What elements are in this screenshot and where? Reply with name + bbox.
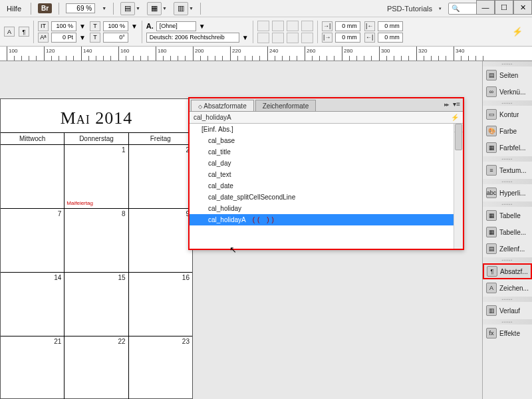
vscale-field[interactable]: 100 %	[103, 21, 128, 31]
dock-item[interactable]: ∞Verknü...	[483, 84, 532, 100]
dock-item[interactable]: ▦Tabelle	[483, 207, 532, 223]
menubar: Hilfe Br 69 % ▼ ▤▼ ▦▼ ▥▼ PSD-Tutorials ▾…	[0, 0, 532, 17]
minimize-button[interactable]: —	[476, 0, 495, 15]
calendar-cell[interactable]: 23	[129, 336, 192, 399]
tab-paragraph-styles[interactable]: ◇ Absatzformate	[191, 100, 254, 111]
dock-item[interactable]: ▦Tabelle...	[483, 224, 532, 240]
screen-mode-button[interactable]: ▤	[120, 2, 135, 15]
align-left-button[interactable]	[257, 21, 269, 31]
dock-item[interactable]: ▦Farbfel...	[483, 140, 532, 156]
dock-label: Tabelle...	[499, 229, 526, 236]
lastline-field[interactable]: 0 mm	[378, 33, 403, 43]
calendar-cell[interactable]: 7	[1, 209, 65, 272]
dock-label: Farbfel...	[499, 144, 525, 152]
quick-apply-bolt-icon[interactable]: ⚡	[451, 114, 459, 121]
scroll-thumb[interactable]	[455, 124, 462, 150]
quick-apply-icon[interactable]: ⚡	[512, 27, 523, 37]
dock-icon: ▭	[486, 109, 497, 120]
dock-item[interactable]: ▥Verlauf	[483, 303, 532, 319]
panel-scrollbar[interactable]: ▲	[454, 124, 463, 249]
day-header: Freitag	[129, 133, 192, 144]
calendar-cell[interactable]: 1Maifeiertag	[65, 145, 128, 208]
calendar-cell[interactable]: 16	[129, 273, 192, 336]
calendar-cell[interactable]: 14	[1, 273, 65, 336]
search-icon: 🔍	[452, 5, 460, 12]
dock-label: Textum...	[499, 167, 527, 174]
tab-character-styles[interactable]: Zeichenformate	[255, 100, 316, 111]
dock-icon: ▥	[486, 305, 497, 316]
align-right-button[interactable]	[287, 21, 299, 31]
dock-label: Verknü...	[499, 88, 525, 96]
dock-item[interactable]: 🎨Farbe	[483, 123, 532, 139]
paragraph-icon[interactable]: ¶	[19, 27, 29, 37]
style-item[interactable]: cal_text	[190, 169, 463, 180]
tutorials-link[interactable]: PSD-Tutorials	[387, 5, 432, 13]
dock-icon: ∞	[486, 86, 497, 97]
bridge-badge[interactable]: Br	[38, 3, 52, 13]
calendar-cell[interactable]	[1, 145, 65, 208]
style-item[interactable]: cal_holidayA(( ))	[190, 214, 463, 225]
language-field[interactable]: Deutsch: 2006 Rechtschreib	[146, 33, 239, 43]
calendar-cell[interactable]: 9	[129, 209, 192, 272]
indent-right-field[interactable]: 0 mm	[378, 21, 403, 31]
dock-icon: fx	[486, 328, 497, 338]
style-item[interactable]: cal_date	[190, 180, 463, 192]
view-options-button[interactable]: ▦	[147, 2, 162, 15]
dock-item[interactable]: fxEffekte	[483, 325, 532, 341]
arrange-button[interactable]: ▥	[174, 2, 188, 15]
style-item[interactable]: cal_date_splitCellSecondLine	[190, 192, 463, 203]
style-list: [Einf. Abs.]cal_basecal_titlecal_daycal_…	[190, 124, 463, 249]
baseline-field[interactable]: 0 Pt	[51, 33, 76, 43]
menu-help[interactable]: Hilfe	[4, 3, 24, 14]
align-center-button[interactable]	[272, 21, 284, 31]
panel-menu-icon[interactable]: ▾≡	[453, 100, 460, 108]
dock-label: Tabelle	[499, 212, 521, 219]
dock-label: Zellenf...	[499, 245, 525, 253]
hscale-field[interactable]: 100 %	[51, 21, 76, 31]
style-item[interactable]: cal_day	[190, 158, 463, 169]
dock-label: Absatzf...	[500, 268, 528, 275]
dock-icon: A	[486, 283, 497, 293]
dock-item[interactable]: abcHyperli...	[483, 185, 532, 201]
justify-right-button[interactable]	[287, 33, 299, 43]
calendar-cell[interactable]: 21	[1, 336, 65, 399]
dock-icon: ▤	[486, 243, 497, 254]
dock-item[interactable]: ¶Absatzf...	[483, 263, 532, 279]
charstyle-icon: A.	[146, 22, 154, 30]
dock-item[interactable]: ▭Kontur	[483, 106, 532, 122]
maximize-button[interactable]: ☐	[495, 0, 513, 15]
style-item[interactable]: [Einf. Abs.]	[190, 124, 463, 135]
dock-label: Seiten	[499, 72, 518, 79]
dock-item[interactable]: AZeichen...	[483, 280, 532, 296]
justify-all-button[interactable]	[301, 33, 313, 43]
window-controls: — ☐ ✕	[476, 0, 532, 15]
charstyle-field[interactable]: [Ohne]	[156, 21, 196, 31]
close-button[interactable]: ✕	[513, 0, 532, 15]
calendar-cell[interactable]: 8	[65, 209, 128, 272]
skew-field[interactable]: 0°	[103, 33, 128, 43]
character-icon[interactable]: A	[4, 27, 15, 37]
dock-icon: ▦	[486, 210, 497, 221]
dock-item[interactable]: ▤Seiten	[483, 67, 532, 83]
calendar-cell[interactable]: 22	[65, 336, 128, 399]
dock-item[interactable]: ≡Textum...	[483, 162, 532, 178]
calendar-cell[interactable]: 2	[129, 145, 192, 208]
panel-filter[interactable]: cal_holidayA ⚡	[190, 112, 463, 124]
style-item[interactable]: cal_base	[190, 135, 463, 146]
indent-left-field[interactable]: 0 mm	[335, 21, 360, 31]
firstline-field[interactable]: 0 mm	[335, 33, 360, 43]
style-item[interactable]: cal_title	[190, 146, 463, 158]
chevron-down-icon[interactable]: ▼	[102, 6, 106, 11]
panel-collapse-icon[interactable]: ▸▸	[444, 101, 448, 108]
justify-center-button[interactable]	[272, 33, 284, 43]
document-page: Mai 2014 MittwochDonnerstagFreitag 1Maif…	[0, 98, 193, 399]
calendar-cell[interactable]: 15	[65, 273, 128, 336]
dock-icon: abc	[486, 188, 497, 198]
style-item[interactable]: cal_holiday	[190, 203, 463, 214]
dock-item[interactable]: ▤Zellenf...	[483, 241, 532, 257]
zoom-field[interactable]: 69 %	[66, 3, 95, 13]
dock-label: Zeichen...	[499, 285, 529, 292]
day-header: Donnerstag	[65, 133, 128, 144]
justify-left-button[interactable]	[257, 33, 269, 43]
justify-button[interactable]	[301, 21, 313, 31]
